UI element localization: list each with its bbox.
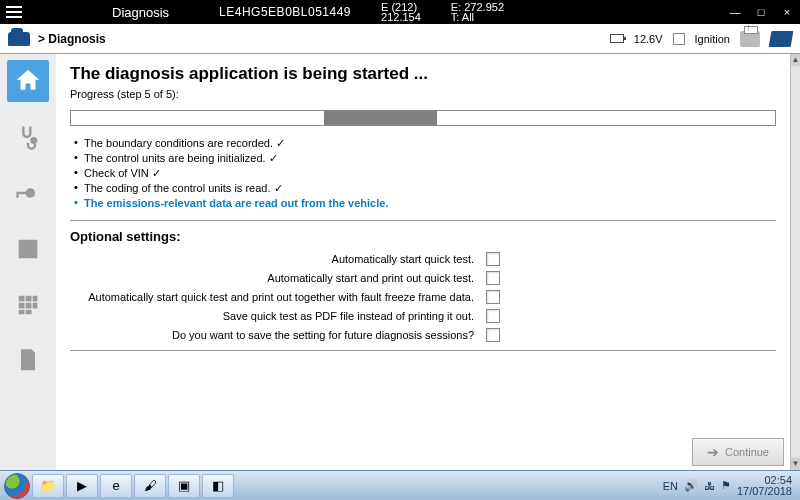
separator [70,220,776,221]
voltage-display: 12.6V [634,33,663,45]
app-titlebar: Diagnosis LE4HG5EB0BL051449 E (212) 212.… [0,0,800,24]
taskbar-app2-button[interactable]: ◧ [202,474,234,498]
system-clock[interactable]: 02:54 17/07/2018 [737,475,792,497]
scroll-up-icon[interactable]: ▲ [791,54,800,66]
maximize-button[interactable]: □ [754,6,768,18]
option-row: Save quick test as PDF file instead of p… [70,309,500,323]
option-row: Do you want to save the setting for futu… [70,328,500,342]
progress-step: The control units are being initialized.… [74,151,776,166]
arrow-right-icon: ➔ [707,444,719,460]
option-row: Automatically start and print out quick … [70,271,500,285]
language-indicator[interactable]: EN [663,480,678,492]
vehicle-engine-bot: T: All [451,12,504,22]
option-checkbox[interactable] [486,271,500,285]
tray-network-icon[interactable]: 🖧 [704,480,715,492]
clock-time: 02:54 [764,475,792,486]
progress-label: Progress (step 5 of 5): [70,88,776,100]
option-checkbox[interactable] [486,290,500,304]
menu-icon[interactable] [6,6,22,18]
tray-volume-icon[interactable]: 🔊 [684,479,698,492]
progress-bar [70,110,776,126]
taskbar-paint-button[interactable]: 🖌 [134,474,166,498]
app-title: Diagnosis [112,5,169,20]
main-panel: The diagnosis application is being start… [56,54,790,470]
option-row: Automatically start quick test and print… [70,290,500,304]
progress-step: The coding of the control units is read.… [74,181,776,196]
home-icon [13,66,43,96]
taskbar-explorer-button[interactable]: 📁 [32,474,64,498]
sidebar [0,54,56,470]
vehicle-engine-group: E: 272.952 T: All [451,2,504,22]
progress-segment [324,111,437,125]
scroll-track[interactable] [791,66,800,458]
sidebar-list-button[interactable] [7,228,49,270]
progress-steps-list: The boundary conditions are recorded. ✓T… [74,136,776,210]
key-icon [14,179,42,207]
sidebar-stethoscope-button[interactable] [7,116,49,158]
ignition-checkbox[interactable] [673,33,685,45]
sidebar-key-button[interactable] [7,172,49,214]
optional-settings-list: Automatically start quick test.Automatic… [70,252,776,342]
option-label: Automatically start quick test. [70,253,474,265]
option-label: Automatically start quick test and print… [70,291,474,303]
ignition-label: Ignition [695,33,730,45]
stethoscope-icon [14,123,42,151]
option-label: Do you want to save the setting for futu… [70,329,474,341]
page-title: The diagnosis application is being start… [70,64,776,84]
document-wrench-icon [14,347,42,375]
battery-icon [610,34,624,43]
minimize-button[interactable]: — [728,6,742,18]
option-checkbox[interactable] [486,309,500,323]
separator [70,350,776,351]
progress-step: Check of VIN ✓ [74,166,776,181]
vin-display: LE4HG5EB0BL051449 [219,5,351,19]
taskbar-app1-button[interactable]: ▣ [168,474,200,498]
clock-date: 17/07/2018 [737,486,792,497]
close-button[interactable]: × [780,6,794,18]
windows-taskbar: 📁 ▶ e 🖌 ▣ ◧ EN 🔊 🖧 ⚑ 02:54 17/07/2018 [0,470,800,500]
sidebar-home-button[interactable] [7,60,49,102]
list-icon [14,235,42,263]
vertical-scrollbar[interactable]: ▲ ▼ [790,54,800,470]
breadcrumb-bar: > Diagnosis 12.6V Ignition [0,24,800,54]
taskbar-tray: EN 🔊 🖧 ⚑ 02:54 17/07/2018 [663,475,796,497]
continue-bar: ➔ Continue [692,438,784,466]
car-icon[interactable] [8,32,30,46]
progress-step: The boundary conditions are recorded. ✓ [74,136,776,151]
sidebar-grid-button[interactable] [7,284,49,326]
start-button[interactable] [4,473,30,499]
option-checkbox[interactable] [486,252,500,266]
option-checkbox[interactable] [486,328,500,342]
option-label: Automatically start and print out quick … [70,272,474,284]
manual-icon[interactable] [769,31,794,47]
optional-settings-heading: Optional settings: [70,229,776,244]
work-area: The diagnosis application is being start… [0,54,800,470]
continue-label: Continue [725,446,769,458]
progress-step: The emissions-relevant data are read out… [74,196,776,210]
breadcrumb: > Diagnosis [38,32,106,46]
scroll-down-icon[interactable]: ▼ [791,458,800,470]
taskbar-media-button[interactable]: ▶ [66,474,98,498]
vehicle-code-group: E (212) 212.154 [381,2,421,22]
window-controls: — □ × [728,6,794,18]
grid-icon [14,291,42,319]
export-icon[interactable] [740,31,760,47]
option-label: Save quick test as PDF file instead of p… [70,310,474,322]
vehicle-code-bot: 212.154 [381,12,421,22]
option-row: Automatically start quick test. [70,252,500,266]
taskbar-ie-button[interactable]: e [100,474,132,498]
sidebar-document-tool-button[interactable] [7,340,49,382]
continue-button[interactable]: ➔ Continue [692,438,784,466]
tray-flag-icon[interactable]: ⚑ [721,479,731,492]
